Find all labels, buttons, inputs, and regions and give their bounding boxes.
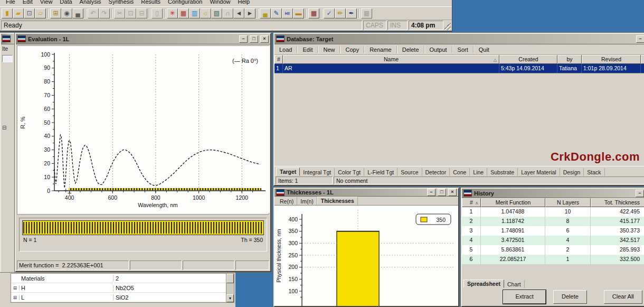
db-menu-sort[interactable]: Sort <box>453 45 473 54</box>
th-tab-im-n-[interactable]: Im(n) <box>297 197 317 205</box>
database-titlebar[interactable]: Database: Target – <box>274 34 644 44</box>
db-menu-delete[interactable]: Delete <box>397 45 424 54</box>
db-menu-edit[interactable]: Edit <box>298 45 317 54</box>
db-tab-detector[interactable]: Detector <box>422 168 450 176</box>
menu-file[interactable]: File <box>2 0 19 6</box>
db-menu-new[interactable]: New <box>318 45 339 54</box>
resize-grip[interactable] <box>444 21 451 30</box>
history-column-[interactable]: #∧ <box>462 198 481 207</box>
scroll-down-button[interactable]: ▼ <box>226 294 234 302</box>
close-button[interactable]: × <box>448 189 457 196</box>
db-tab-line[interactable]: Line <box>470 168 487 176</box>
new-icon[interactable]: ▮ <box>2 8 13 18</box>
hist-tab-chart[interactable]: Chart <box>504 280 525 288</box>
maximize-button[interactable]: □ <box>250 35 258 43</box>
general-info-icon[interactable]: ✳ <box>167 8 178 18</box>
screenshot-icon[interactable]: ▧ <box>211 8 222 18</box>
db-tab-color-tgt[interactable]: Color Tgt <box>335 168 364 176</box>
column-header-created[interactable]: Created <box>499 55 557 64</box>
database-row-selected[interactable]: 1AR5:43p 14.09.2014Tatiana1:01p 28.09.20… <box>274 64 644 73</box>
tree-expand-icon[interactable]: ⊞ <box>11 285 20 291</box>
minimize-button[interactable]: – <box>427 189 435 196</box>
minimize-button[interactable]: – <box>239 35 248 43</box>
db-menu-output[interactable]: Output <box>425 45 452 54</box>
db-tab-target[interactable]: Target <box>276 168 300 176</box>
menu-analysis[interactable]: Analysis <box>76 0 105 6</box>
evaluation-titlebar[interactable]: Evaluation - 1L – □ × <box>16 34 270 44</box>
maximize-button[interactable]: □ <box>438 189 446 196</box>
edit-design-icon[interactable]: ✎ <box>271 8 282 18</box>
history-row[interactable]: 31.7480916350.373 <box>462 226 644 236</box>
db-tab-substrate[interactable]: Substrate <box>487 168 518 176</box>
step-back-icon[interactable]: ◄ <box>233 8 244 18</box>
minimize-button[interactable]: – <box>636 190 644 197</box>
history-row[interactable]: 43.4725014342.517 <box>462 236 644 245</box>
menu-results[interactable]: Results <box>137 0 164 6</box>
column-header-[interactable]: # <box>274 55 283 64</box>
report-icon[interactable]: ▄ <box>260 8 271 18</box>
db-menu-quit[interactable]: Quit <box>474 45 494 54</box>
menu-view[interactable]: View <box>36 0 56 6</box>
history-titlebar[interactable]: History – <box>462 189 644 198</box>
menu-window[interactable]: Window <box>206 0 234 6</box>
thicknesses-titlebar[interactable]: Thicknesses - 1L – □ × <box>274 189 458 197</box>
history-column-nlayers[interactable]: N Layers <box>545 198 591 207</box>
close-button[interactable]: × <box>260 35 269 43</box>
refinement-icon[interactable]: ✓ <box>324 8 335 18</box>
menu-data[interactable]: Data <box>56 0 75 6</box>
db-tab-l-field-tgt[interactable]: L-Field Tgt <box>364 168 397 176</box>
history-row[interactable]: 21.1187428415.177 <box>462 217 644 226</box>
column-header-name[interactable]: Name△ <box>283 55 499 64</box>
db-menu-load[interactable]: Load <box>274 45 297 54</box>
step-forward-icon[interactable]: ► <box>244 8 255 18</box>
cassette-icon[interactable]: ▬ <box>293 8 304 18</box>
extract-button[interactable]: Extract <box>503 290 546 304</box>
evaluation-icon[interactable]: ▦ <box>178 8 189 18</box>
th-tab-thicknesses[interactable]: Thicknesses <box>317 197 358 205</box>
column-header-revised[interactable]: Revised <box>582 55 641 64</box>
materials-scrollbar[interactable]: ▼ <box>226 274 234 302</box>
db-tab-source[interactable]: Source <box>397 168 422 176</box>
collapse-toggle-icon[interactable]: ⊟ <box>2 125 13 131</box>
menu-edit[interactable]: Edit <box>19 0 36 6</box>
delete-button[interactable]: Delete <box>553 290 586 304</box>
db-tab-layer-material[interactable]: Layer Material <box>518 168 560 176</box>
new-doc-icon[interactable]: ⊞ <box>50 8 61 18</box>
history-column-meritfunction[interactable]: Merit Function <box>481 198 545 207</box>
needle-icon[interactable]: ✏ <box>335 8 346 18</box>
minimize-button[interactable]: – <box>636 35 644 43</box>
save-icon[interactable]: ⊡ <box>24 8 35 18</box>
db-menu-copy[interactable]: Copy <box>340 45 364 54</box>
background-window-titlebar[interactable] <box>1 34 14 44</box>
hist-tab-spreadsheet[interactable]: Spreadsheet <box>463 280 504 288</box>
compare-icon[interactable]: ∩ <box>222 8 233 18</box>
th-tab-re-n-[interactable]: Re(n) <box>277 197 297 205</box>
history-row[interactable]: 622.0852171332.500 <box>462 255 644 264</box>
menu-configuration[interactable]: Configuration <box>164 0 206 6</box>
db-menu-rename[interactable]: Rename <box>365 45 396 54</box>
clear-all-button[interactable]: Clear All <box>604 290 642 304</box>
history-row[interactable]: 55.8638612285.993 <box>462 245 644 255</box>
materials-row[interactable]: ⊞HNb2O5 <box>11 283 226 293</box>
color-bars-icon[interactable]: ▥ <box>189 8 200 18</box>
history-row[interactable]: 11.04748810422.495 <box>462 207 644 217</box>
hi-icon[interactable]: HI! <box>282 8 293 18</box>
menu-synthesis[interactable]: Synthesis <box>105 0 138 6</box>
layer-structure-bar[interactable] <box>22 220 264 235</box>
scrollbar-thumb[interactable] <box>226 274 234 283</box>
db-tab-cone[interactable]: Cone <box>450 168 470 176</box>
column-header-by[interactable]: by <box>557 55 582 64</box>
db-tab-stack[interactable]: Stack <box>584 168 604 176</box>
open-icon[interactable]: ▰ <box>13 8 24 18</box>
synthesis-icon[interactable]: ▦ <box>308 8 319 18</box>
tree-expand-icon[interactable]: ⊞ <box>11 295 20 300</box>
history-column-totthickness[interactable]: Tot. Thickness <box>591 198 644 207</box>
db-tab-integral-tgt[interactable]: Integral Tgt <box>300 168 335 176</box>
db-tab-design[interactable]: Design <box>560 168 584 176</box>
hint-icon[interactable]: ☼ <box>200 8 211 18</box>
close-folder-icon[interactable]: ▱ <box>35 8 46 18</box>
gradual-evolution-icon[interactable]: ✒ <box>346 8 357 18</box>
browse-icon[interactable]: ◉ <box>61 8 72 18</box>
print-icon[interactable]: ▄ <box>72 8 83 18</box>
materials-row[interactable]: Materials2 <box>11 274 226 283</box>
